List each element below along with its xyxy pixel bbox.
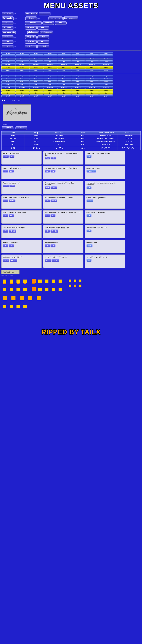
sprite-btn-stage2-1[interactable]: Stage1 xyxy=(1,75,15,78)
sprite-btn-stage2-8[interactable]: Stage8 xyxy=(99,75,113,78)
sprite-btn-grade1-4[interactable]: GRADE4 xyxy=(43,66,57,69)
next-arrow[interactable]: ► xyxy=(4,99,6,102)
start-button[interactable]: ► START xyxy=(2,126,14,130)
dialog-de-nein[interactable]: Nein xyxy=(9,200,16,202)
sprite-btn-stage2-5[interactable]: Stage5 xyxy=(57,75,71,78)
sprite-btn-novel1-2[interactable]: Novel2 xyxy=(15,55,29,58)
sprite-btn-novel1-3[interactable]: Novel3 xyxy=(29,55,43,58)
sprite-btn-num-5[interactable]: 勅5 xyxy=(57,92,71,94)
sprite-btn-novel2-7[interactable]: Novel7 xyxy=(85,58,99,60)
dialog-zh-erased-ok[interactable]: 确定 xyxy=(86,244,92,248)
dialog-en-erase-no[interactable]: No xyxy=(51,157,56,160)
sprite-btn-grade1-3[interactable]: GRADE3 xyxy=(29,66,43,69)
sprite-btn-level2-3[interactable]: Level3 xyxy=(29,83,43,86)
sprite-btn-pct2-2[interactable]: Percent2 xyxy=(15,86,29,89)
dialog-ja-erased-ok[interactable]: OK xyxy=(86,259,91,262)
sprite-btn-novel2-2[interactable]: Novel2 xyxy=(15,58,29,60)
sprite-btn-novel4-5[interactable]: Novel5 xyxy=(57,80,71,83)
sprite-btn-novel4-7[interactable]: Novel7 xyxy=(85,80,99,83)
exit-button[interactable]: ⊗ EXIT xyxy=(16,126,27,130)
sprite-btn-stage1-5[interactable]: Stage5 xyxy=(57,52,71,54)
sprite-btn-novel4-2[interactable]: Novel2 xyxy=(15,80,29,83)
sprite-btn-level2-8[interactable]: Level8 xyxy=(99,83,113,86)
dialog-ja-iie[interactable]: いいえ xyxy=(10,259,17,262)
dialog-es-erase-no[interactable]: No xyxy=(51,170,56,172)
dialog-zh-shi[interactable]: 是 xyxy=(3,244,8,248)
dialog-it-erase-no[interactable]: No xyxy=(51,214,56,217)
sprite-btn-num-4[interactable]: 勅4 xyxy=(43,92,57,94)
menu-btn-dosjugadores[interactable]: Dos jugadores xyxy=(63,16,78,20)
sprite-btn-zyappu2-1[interactable]: ぜいぱ1 xyxy=(1,95,15,97)
menu-btn-timeattack[interactable]: Time Attack xyxy=(25,12,38,16)
sprite-btn-grade2-2[interactable]: GRADE2 xyxy=(15,89,29,92)
sprite-btn-zyappu2-8[interactable]: ぜいぱ8 xyxy=(99,95,113,97)
sprite-btn-pct1-4[interactable]: Percent4 xyxy=(43,63,57,66)
sprite-btn-novel1-4[interactable]: Novel4 xyxy=(43,55,57,58)
prev-arrow[interactable]: ◄ xyxy=(1,99,3,102)
dialog-zh-fou[interactable]: 否 xyxy=(9,244,14,248)
menu-btn-oriba[interactable]: おりびわす xyxy=(25,45,37,48)
dialog-fr-erased-ok[interactable]: OK xyxy=(86,186,91,189)
sprite-btn-novel2-1[interactable]: Novel1 xyxy=(1,58,15,60)
dialog-en-erase-yes[interactable]: Yes xyxy=(45,157,51,160)
menu-btn-sshet[interactable]: S Shet xyxy=(2,35,14,39)
menu-btn-meneo[interactable]: Meneo xyxy=(25,16,37,20)
dialog-ja-erase-hai[interactable]: はい xyxy=(45,259,51,262)
dialog-de-erase-nein[interactable]: Nein xyxy=(51,200,57,202)
sprite-btn-level1-8[interactable]: Level8 xyxy=(99,60,113,63)
menu-btn-koson[interactable]: こそん xyxy=(2,45,14,48)
menu-btn-duel2[interactable]: Duel xyxy=(37,26,49,30)
sprite-btn-stage2-3[interactable]: Stage3 xyxy=(29,75,43,78)
sprite-btn-pct1-1[interactable]: Percent1 xyxy=(1,63,15,66)
dialog-en-yes-btn[interactable]: Yes xyxy=(3,155,9,158)
sprite-btn-zyappu2-7[interactable]: ぜいぱ7 xyxy=(85,95,99,97)
menu-btn-dati[interactable]: Dati xyxy=(2,21,14,25)
menu-btn-shake2menus[interactable]: Shake2menus xyxy=(40,30,53,34)
sprite-btn-novel1-6[interactable]: Novel6 xyxy=(71,55,85,58)
sprite-btn-stage1-6[interactable]: Stage6 xyxy=(71,52,85,54)
sprite-btn-level1-7[interactable]: Level7 xyxy=(85,60,99,63)
sprite-btn-novel3-6[interactable]: Novel6 xyxy=(71,78,85,80)
sprite-btn-grade2-5[interactable]: GRADE5 xyxy=(57,89,71,92)
menu-btn-terima[interactable]: てりMÁ xyxy=(37,45,49,48)
sprite-btn-pct2-6[interactable]: Percent6 xyxy=(71,86,85,89)
sprite-btn-zyappu1-7[interactable]: ぜいぱ7 xyxy=(85,69,99,72)
sprite-btn-stage1-1[interactable]: Stage1 xyxy=(1,52,15,54)
sprite-btn-zyappu2-4[interactable]: ぜいぱ4 xyxy=(43,95,57,97)
sprite-btn-novel3-4[interactable]: Novel4 xyxy=(43,78,57,80)
sprite-btn-novel2-4[interactable]: Novel4 xyxy=(43,58,57,60)
dialog-de-ja[interactable]: Ja xyxy=(3,200,8,202)
sprite-btn-level1-2[interactable]: Level2 xyxy=(15,60,29,63)
sprite-btn-pct2-7[interactable]: Percent7 xyxy=(85,86,99,89)
menu-btn-chrono[interactable]: Chrono xyxy=(25,21,42,25)
sprite-btn-grade2-4[interactable]: GRADE4 xyxy=(43,89,57,92)
dialog-es-erased-ok[interactable]: Aceptar xyxy=(86,170,96,172)
menu-btn-duel[interactable]: Duel xyxy=(55,21,67,25)
sprite-btn-novel3-5[interactable]: Novel5 xyxy=(57,78,71,80)
sprite-btn-grade2-8[interactable]: GRADE8 xyxy=(99,89,113,92)
sprite-btn-level1-1[interactable]: Level1 xyxy=(1,60,15,63)
sprite-btn-grade1-2[interactable]: GRADE2 xyxy=(15,66,29,69)
menu-btn-unjugador[interactable]: Un jugador xyxy=(2,16,14,20)
dialog-en-no-btn[interactable]: No xyxy=(10,155,15,158)
menu-btn-contrarreloj[interactable]: Contrarreloj xyxy=(48,16,63,20)
sprite-btn-zyappu2-5[interactable]: ぜいぱ5 xyxy=(57,95,71,97)
sprite-btn-zyappu2-2[interactable]: ぜいぱ2 xyxy=(15,95,29,97)
sprite-btn-pct2-5[interactable]: Percent5 xyxy=(57,86,71,89)
sprite-btn-level2-6[interactable]: Level6 xyxy=(71,83,85,86)
sprite-btn-level2-5[interactable]: Level5 xyxy=(57,83,71,86)
sprite-btn-level1-6[interactable]: Level6 xyxy=(71,60,85,63)
dialog-it-erase-si[interactable]: Sì xyxy=(45,214,50,217)
sprite-btn-novel1-1[interactable]: Novel1 xyxy=(1,55,15,58)
sprite-btn-grade1-7[interactable]: GRADE7 xyxy=(85,66,99,69)
sprite-btn-stage2-2[interactable]: Stage2 xyxy=(15,75,29,78)
sprite-btn-pct1-8[interactable]: Percent8 xyxy=(99,63,113,66)
dialog-en-erased-ok[interactable]: OK xyxy=(86,155,91,158)
sprite-btn-zyappu1-2[interactable]: ぜいぱ2 xyxy=(15,69,29,72)
sprite-btn-level2-7[interactable]: Level7 xyxy=(85,83,99,86)
sprite-btn-stage2-6[interactable]: Stage6 xyxy=(71,75,85,78)
menu-btn-counter[interactable]: Counter xyxy=(42,21,54,25)
sprite-btn-stage1-2[interactable]: Stage2 xyxy=(15,52,29,54)
sprite-btn-novel1-5[interactable]: Novel5 xyxy=(57,55,71,58)
dialog-fr-oui[interactable]: Oui xyxy=(3,185,9,187)
